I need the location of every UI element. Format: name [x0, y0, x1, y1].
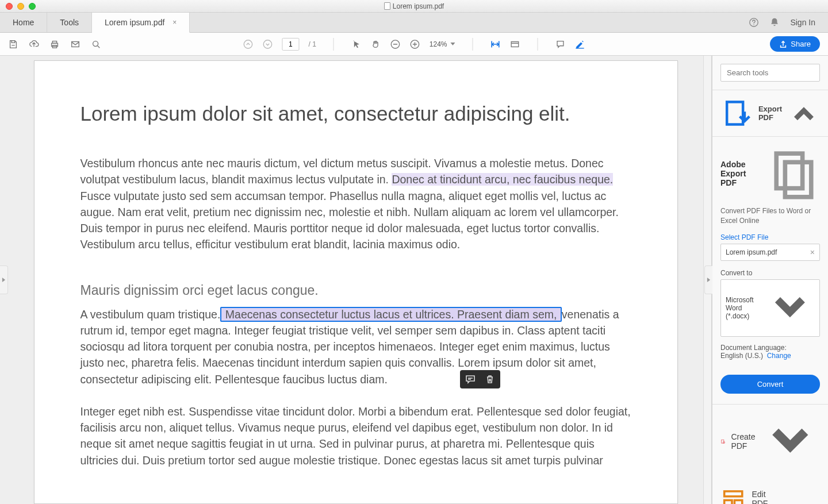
- create-pdf-icon: [720, 439, 725, 444]
- svg-rect-12: [576, 48, 584, 48]
- add-note-icon[interactable]: [465, 374, 476, 385]
- edit-pdf-icon: [720, 486, 746, 504]
- svg-rect-18: [724, 491, 742, 497]
- zoom-level-dropdown[interactable]: 124%: [430, 40, 455, 48]
- help-icon[interactable]: [749, 17, 759, 28]
- svg-point-1: [754, 24, 754, 25]
- export-pdf-accordion[interactable]: Export PDF: [712, 90, 828, 137]
- sign-in-link[interactable]: Sign In: [790, 18, 815, 27]
- share-button[interactable]: Share: [770, 36, 820, 52]
- window-title: Lorem ipsum.pdf: [0, 2, 828, 10]
- export-subtitle: Convert PDF Files to Word or Excel Onlin…: [720, 206, 820, 226]
- window-title-text: Lorem ipsum.pdf: [393, 2, 444, 10]
- change-language-link[interactable]: Change: [767, 352, 791, 360]
- pdf-page: Lorem ipsum dolor sit amet, consectetur …: [34, 60, 678, 504]
- chevron-down-icon: [761, 412, 820, 471]
- pages-icon[interactable]: [762, 145, 820, 203]
- tab-document-label: Lorem ipsum.pdf: [105, 18, 164, 27]
- doc-heading-2: Mauris dignissim orci eget lacus congue.: [80, 283, 631, 298]
- delete-annotation-icon[interactable]: [484, 374, 496, 385]
- doc-paragraph-3: Integer eget nibh est. Suspendisse vitae…: [80, 403, 631, 468]
- share-button-label: Share: [791, 40, 811, 48]
- notifications-icon[interactable]: [769, 17, 780, 28]
- svg-rect-3: [52, 41, 56, 43]
- save-icon[interactable]: [8, 39, 18, 49]
- svg-rect-5: [72, 41, 79, 47]
- page-number-input[interactable]: [282, 38, 299, 51]
- zoom-in-icon[interactable]: [410, 39, 420, 49]
- document-viewport[interactable]: Lorem ipsum dolor sit amet, consectetur …: [0, 56, 712, 504]
- highlight-annotation-1[interactable]: Donec at tincidunt arcu, nec faucibus ne…: [392, 173, 613, 186]
- hand-tool-icon[interactable]: [371, 39, 381, 49]
- selected-file-name: Lorem ipsum.pdf: [726, 248, 777, 256]
- svg-rect-11: [511, 41, 519, 47]
- search-tools-input[interactable]: [720, 64, 820, 82]
- main-toolbar: / 1 124% Share: [0, 33, 828, 56]
- selection-tool-icon[interactable]: [351, 39, 362, 49]
- tab-close-icon[interactable]: ×: [172, 18, 177, 26]
- svg-point-8: [263, 40, 271, 48]
- chevron-up-icon: [788, 97, 820, 129]
- doc-paragraph-1: Vestibulum rhoncus ante nec mauris dictu…: [80, 155, 631, 253]
- tab-home[interactable]: Home: [0, 13, 47, 32]
- svg-rect-14: [776, 153, 802, 188]
- svg-rect-20: [734, 500, 742, 504]
- highlight-tool-icon[interactable]: [575, 39, 585, 49]
- right-panel: Export PDF Adobe Export PDF Convert PDF …: [712, 56, 828, 504]
- annotation-toolbar: [460, 370, 500, 388]
- comment-tool-icon[interactable]: [555, 39, 566, 49]
- svg-rect-15: [785, 162, 811, 197]
- edit-pdf-tool[interactable]: Edit PDF: [712, 479, 828, 504]
- chevron-down-icon: [765, 283, 815, 333]
- doc-heading-1: Lorem ipsum dolor sit amet, consectetur …: [80, 102, 631, 125]
- selected-file-field[interactable]: Lorem ipsum.pdf ×: [720, 244, 820, 261]
- read-mode-icon[interactable]: [510, 39, 520, 49]
- left-panel-toggle[interactable]: [0, 266, 8, 294]
- doc-paragraph-2: A vestibulum quam tristique. Maecenas co…: [80, 306, 631, 387]
- convert-button[interactable]: Convert: [720, 375, 820, 394]
- adobe-export-title: Adobe Export PDF: [720, 160, 762, 187]
- tab-document[interactable]: Lorem ipsum.pdf ×: [92, 13, 190, 33]
- pdf-file-icon: [384, 2, 390, 10]
- fit-width-icon[interactable]: [490, 39, 501, 49]
- zoom-out-icon[interactable]: [390, 39, 401, 49]
- right-panel-toggle[interactable]: [704, 266, 712, 294]
- select-pdf-label: Select PDF File: [720, 233, 820, 241]
- document-language-row: Document Language: English (U.S.) Change: [720, 344, 820, 360]
- svg-rect-19: [724, 500, 732, 504]
- page-down-icon[interactable]: [262, 39, 273, 49]
- create-pdf-tool[interactable]: Create PDF: [712, 405, 828, 479]
- email-icon[interactable]: [70, 39, 80, 49]
- export-pdf-label: Export PDF: [758, 105, 782, 122]
- page-up-icon[interactable]: [243, 39, 253, 49]
- cloud-upload-icon[interactable]: [29, 39, 39, 49]
- tab-bar: Home Tools Lorem ipsum.pdf × Sign In: [0, 13, 828, 33]
- tab-tools[interactable]: Tools: [47, 13, 92, 32]
- highlight-annotation-selected[interactable]: Maecenas consectetur luctus lacus et ult…: [220, 307, 561, 322]
- convert-to-label: Convert to: [720, 269, 820, 277]
- find-icon[interactable]: [91, 39, 101, 49]
- chevron-down-icon: [451, 43, 455, 45]
- clear-file-icon[interactable]: ×: [810, 248, 815, 257]
- page-total-label: / 1: [308, 40, 316, 48]
- svg-rect-13: [727, 102, 743, 124]
- svg-point-6: [93, 41, 98, 46]
- print-icon[interactable]: [49, 39, 60, 49]
- window-titlebar: Lorem ipsum.pdf: [0, 0, 828, 13]
- convert-format-value: Microsoft Word (*.docx): [726, 296, 765, 320]
- svg-point-7: [244, 40, 252, 48]
- convert-format-dropdown[interactable]: Microsoft Word (*.docx): [720, 279, 820, 337]
